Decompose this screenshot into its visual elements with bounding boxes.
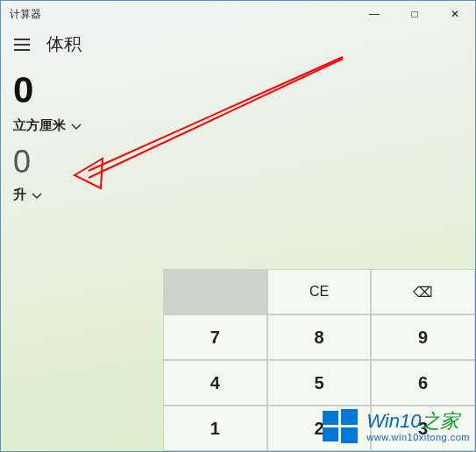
clear-entry-button[interactable]: CE [267, 269, 372, 314]
window-controls: — □ ✕ [354, 1, 475, 27]
key-5[interactable]: 5 [267, 360, 372, 406]
input-value[interactable]: 0 [13, 72, 463, 109]
backspace-icon: ⌫ [413, 284, 433, 300]
mode-title: 体积 [46, 32, 82, 56]
chevron-down-icon [32, 187, 42, 203]
input-unit-label: 立方厘米 [13, 117, 66, 134]
output-unit-selector[interactable]: 升 [13, 187, 463, 203]
output-value[interactable]: 0 [13, 146, 463, 178]
menu-button[interactable] [13, 36, 31, 53]
minimize-button[interactable]: — [354, 1, 394, 27]
header: 体积 [1, 27, 475, 61]
key-2[interactable]: 2 [267, 406, 372, 451]
maximize-button[interactable]: □ [394, 1, 435, 27]
app-window: 计算器 — □ ✕ 体积 0 立方厘米 0 升 [0, 0, 476, 452]
key-3[interactable]: 3 [371, 406, 475, 451]
key-8[interactable]: 8 [267, 314, 372, 360]
key-6[interactable]: 6 [371, 360, 475, 406]
key-9[interactable]: 9 [371, 314, 475, 360]
key-4[interactable]: 4 [163, 360, 267, 406]
key-7[interactable]: 7 [163, 314, 267, 360]
chevron-down-icon [71, 118, 82, 134]
output-unit-label: 升 [13, 187, 26, 203]
backspace-button[interactable]: ⌫ [371, 269, 475, 314]
keypad-blank [163, 269, 267, 314]
close-button[interactable]: ✕ [435, 1, 475, 27]
keypad: CE ⌫ 7 8 9 4 5 6 1 2 3 [163, 269, 475, 451]
input-unit-selector[interactable]: 立方厘米 [13, 117, 463, 134]
menu-icon [14, 39, 30, 51]
window-title: 计算器 [10, 7, 41, 22]
converter-panel: 0 立方厘米 0 升 [1, 61, 475, 203]
key-1[interactable]: 1 [163, 406, 267, 451]
titlebar: 计算器 — □ ✕ [1, 1, 475, 27]
